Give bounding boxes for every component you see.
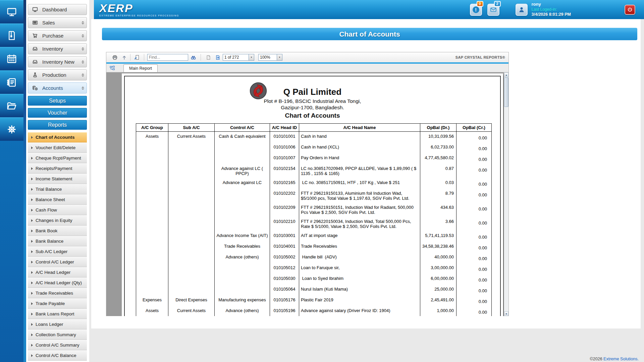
cell-ac-head-id: 010101001 bbox=[270, 132, 299, 143]
column-header: Sub A/C bbox=[168, 124, 215, 132]
previous-page-button[interactable] bbox=[204, 53, 213, 61]
cell-ac-group bbox=[136, 285, 168, 295]
arrow-right-icon bbox=[31, 302, 33, 305]
report-item-loans-ledger[interactable]: Loans Ledger bbox=[28, 319, 87, 329]
report-item-cheque-rcpt-payment[interactable]: Cheque Rcpt/Payment bbox=[28, 153, 87, 163]
barcode-icon bbox=[32, 19, 38, 26]
zoom-dropdown-button[interactable]: ▼ bbox=[277, 54, 282, 61]
sidebar-item-dashboard[interactable]: Dashboard bbox=[28, 4, 87, 15]
report-item-label: Bank Balance bbox=[36, 239, 63, 244]
section-button-reports[interactable]: Reports bbox=[28, 120, 87, 130]
arrow-right-icon bbox=[31, 188, 33, 191]
cell-opbal-cr: 0.00 bbox=[457, 242, 492, 252]
next-page-button[interactable] bbox=[213, 53, 222, 61]
report-item-control-a-c-ledger[interactable]: Control A/C Ledger bbox=[28, 257, 87, 267]
user-profile-button[interactable] bbox=[516, 4, 528, 16]
report-item-a-c-head-ledger-qty-[interactable]: A/C Head Ledger (Qty) bbox=[28, 278, 87, 288]
find-button[interactable] bbox=[189, 53, 198, 61]
tab-main-report[interactable]: Main Report bbox=[123, 64, 158, 72]
report-item-trade-payable[interactable]: Trade Payable bbox=[28, 298, 87, 309]
report-item-a-c-head-ledger[interactable]: A/C Head Ledger bbox=[28, 267, 87, 278]
table-row: Assets Current Assets Cash & Cash equiva… bbox=[136, 132, 492, 143]
cell-ac-head-name: FTT # 296219150133, Aluminium foil Induc… bbox=[299, 189, 420, 203]
page-dropdown-button[interactable]: ▼ bbox=[249, 54, 254, 61]
report-item-receipts-payment[interactable]: Receipts/Payment bbox=[28, 163, 87, 174]
report-item-sub-a-c-ledger[interactable]: Sub A/C Ledger bbox=[28, 246, 87, 257]
cell-opbal-dr: 3.66 bbox=[420, 217, 457, 231]
notifications-button[interactable]: ! 0 bbox=[470, 4, 482, 16]
column-header: OpBal (Cr.) bbox=[457, 124, 492, 132]
section-button-setups[interactable]: Setups bbox=[28, 96, 87, 106]
cart-icon bbox=[32, 33, 38, 39]
report-item-income-statement[interactable]: Income Statement bbox=[28, 174, 87, 184]
report-item-bank-book[interactable]: Bank Book bbox=[28, 226, 87, 236]
page-number-input[interactable] bbox=[223, 54, 249, 61]
folder-rail-button[interactable] bbox=[0, 94, 23, 117]
report-item-chart-of-accounts[interactable]: Chart of Accounts bbox=[28, 132, 87, 142]
extreme-solutions-link[interactable]: Extreme Solutions. bbox=[603, 357, 639, 361]
arrow-right-icon bbox=[31, 323, 33, 326]
calendar-rail-button[interactable] bbox=[0, 47, 23, 70]
find-input[interactable] bbox=[147, 54, 188, 61]
report-vertical-scrollbar[interactable]: ▲ ▼ bbox=[504, 72, 508, 316]
section-button-voucher[interactable]: Voucher bbox=[28, 108, 87, 118]
cell-ac-head-id: 010101007 bbox=[270, 153, 299, 164]
last-login-value: 3/4/2026 8:01:29 PM bbox=[532, 12, 571, 17]
report-item-label: Control A/C Balance bbox=[36, 353, 76, 358]
table-row: 010101007 Pay Orders in Hand 4,77,45,580… bbox=[136, 153, 492, 164]
expander-icon bbox=[82, 60, 84, 64]
cell-ac-head-id: 010102154 bbox=[270, 164, 299, 178]
messages-button[interactable]: 2 bbox=[487, 4, 499, 16]
report-item-control-a-c-summary[interactable]: Control A/C Summary bbox=[28, 340, 87, 350]
copyright-text: ©2026 bbox=[590, 357, 602, 361]
print-button[interactable] bbox=[110, 53, 119, 61]
sidebar-item-accounts[interactable]: Accounts bbox=[28, 82, 87, 94]
report-item-bank-loans-report[interactable]: Bank Loans Report bbox=[28, 309, 87, 319]
scroll-up-arrow[interactable]: ▲ bbox=[504, 72, 508, 77]
cell-ac-head-id: 010102209 bbox=[270, 203, 299, 217]
sidebar-item-production[interactable]: Production bbox=[28, 69, 87, 80]
report-item-trade-receivables[interactable]: Trade Receivables bbox=[28, 288, 87, 298]
cell-ac-group bbox=[136, 252, 168, 263]
report-item-changes-in-equity[interactable]: Changes in Equity bbox=[28, 215, 87, 226]
report-item-balance-sheet[interactable]: Balance Sheet bbox=[28, 194, 87, 205]
scroll-down-arrow[interactable]: ▼ bbox=[504, 311, 508, 316]
sidebar-item-inventory-new[interactable]: Inventory New bbox=[28, 56, 87, 67]
notifications-badge: 0 bbox=[477, 1, 483, 7]
gear-rail-button[interactable] bbox=[0, 117, 23, 141]
sidebar-item-purchase[interactable]: Purchase bbox=[28, 30, 87, 41]
cell-ac-head-name: Plastic Fair 2019 bbox=[299, 295, 420, 306]
report-item-cash-flow[interactable]: Cash Flow bbox=[28, 205, 87, 215]
report-item-control-a-c-balance[interactable]: Control A/C Balance bbox=[28, 350, 87, 361]
cell-opbal-cr: 0.00 bbox=[457, 142, 492, 153]
notebook-rail-button[interactable] bbox=[0, 70, 23, 94]
group-tree-toggle-button[interactable] bbox=[108, 65, 116, 72]
cell-opbal-cr: 0.00 bbox=[457, 132, 492, 143]
monitor-rail-button[interactable] bbox=[0, 0, 23, 23]
cell-sub-ac bbox=[168, 164, 215, 178]
column-header: A/C Head Name bbox=[299, 124, 420, 132]
toolbar-separator bbox=[201, 54, 201, 61]
cell-ac-head-id: 010102202 bbox=[270, 189, 299, 203]
scrollbar-thumb[interactable] bbox=[504, 77, 508, 107]
report-item-label: A/C Head Ledger (Qty) bbox=[36, 280, 82, 285]
report-item-label: Balance Sheet bbox=[36, 197, 65, 202]
export-button[interactable] bbox=[132, 53, 141, 61]
toggle-parameter-panel-button[interactable] bbox=[120, 53, 128, 61]
sidebar-item-inventory[interactable]: Inventory bbox=[28, 43, 87, 54]
company-address-line2: Gazipur-1700, Bangladesh. bbox=[122, 105, 503, 111]
archive-rail-button[interactable] bbox=[0, 23, 23, 47]
report-item-trial-balance[interactable]: Trial Balance bbox=[28, 184, 87, 194]
report-item-voucher-edit-delete[interactable]: Voucher Edit/Delete bbox=[28, 142, 87, 153]
logout-button[interactable] bbox=[625, 5, 635, 15]
zoom-level-input[interactable] bbox=[258, 54, 277, 61]
table-row: 010102210 FTT # 296220150034, Induction … bbox=[136, 217, 492, 231]
report-item-bank-balance[interactable]: Bank Balance bbox=[28, 236, 87, 246]
user-name: rony bbox=[532, 2, 571, 7]
cell-sub-ac: Direct Expenses bbox=[168, 295, 215, 306]
cell-ac-head-name: Nurul Islam (Kuti Mama) bbox=[299, 285, 420, 295]
tray-icon bbox=[32, 46, 38, 52]
report-item-collection-summary[interactable]: Collection Summary bbox=[28, 329, 87, 340]
sidebar-item-sales[interactable]: Sales bbox=[28, 17, 87, 28]
cell-ac-group bbox=[136, 274, 168, 285]
